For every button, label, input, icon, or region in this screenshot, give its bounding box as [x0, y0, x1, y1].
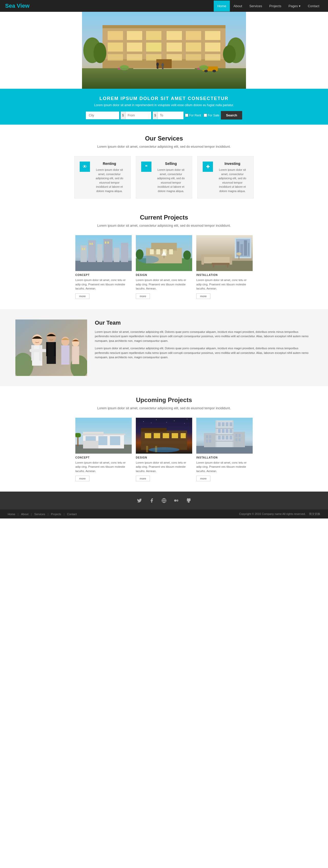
- svg-rect-154: [209, 435, 211, 438]
- city-input[interactable]: [86, 112, 119, 119]
- svg-rect-25: [102, 25, 226, 28]
- svg-rect-110: [83, 441, 98, 448]
- svg-rect-144: [222, 429, 225, 433]
- facebook-icon[interactable]: [148, 497, 156, 504]
- search-button[interactable]: Search: [221, 111, 242, 120]
- globe-icon[interactable]: [160, 497, 168, 504]
- svg-rect-147: [218, 436, 221, 439]
- svg-rect-117: [145, 433, 151, 438]
- nav-contact[interactable]: Contact: [304, 1, 323, 11]
- upcoming-design: DESIGN Lorem ipsum dolor sit amet, conc …: [136, 418, 192, 482]
- svg-rect-136: [216, 428, 233, 429]
- hero-image: [0, 12, 328, 89]
- project-design-img: [136, 235, 192, 271]
- design-label: DESIGN: [136, 274, 192, 276]
- svg-rect-63: [169, 249, 173, 254]
- svg-rect-65: [164, 256, 164, 258]
- svg-rect-97: [54, 342, 56, 356]
- footer-about[interactable]: About: [21, 513, 28, 516]
- upcoming-installation-more-btn[interactable]: more: [196, 476, 210, 481]
- current-projects-heading: Current Projects: [15, 214, 313, 221]
- svg-point-37: [212, 70, 216, 72]
- upcoming-concept-label: CONCEPT: [75, 456, 132, 459]
- svg-point-131: [184, 423, 185, 424]
- renting-desc: Lorem ipsum dolor sit amet, consectetur …: [94, 168, 125, 193]
- nav-services[interactable]: Services: [246, 1, 266, 11]
- svg-rect-82: [244, 240, 247, 256]
- footer-social: [0, 492, 328, 509]
- svg-rect-74: [230, 254, 232, 265]
- svg-point-68: [183, 251, 191, 260]
- concept-more-btn[interactable]: more: [75, 293, 90, 299]
- svg-rect-160: [238, 438, 241, 441]
- investing-icon: ✚: [203, 161, 213, 172]
- svg-point-164: [176, 499, 178, 502]
- footer-home[interactable]: Home: [8, 513, 15, 516]
- installation-label: INSTALLATION: [196, 274, 253, 276]
- svg-rect-7: [108, 31, 123, 40]
- nav-pages[interactable]: Pages ▾: [285, 1, 304, 11]
- from-input[interactable]: [126, 112, 151, 119]
- svg-rect-14: [127, 42, 142, 52]
- svg-rect-120: [172, 433, 178, 438]
- svg-point-28: [94, 42, 106, 63]
- footer-projects[interactable]: Projects: [51, 513, 61, 516]
- svg-rect-16: [167, 42, 182, 52]
- svg-point-125: [143, 421, 144, 422]
- svg-point-122: [149, 447, 179, 452]
- service-investing: ✚ Investing Lorem ipsum dolor sit amet, …: [197, 156, 254, 198]
- svg-point-129: [151, 423, 152, 423]
- svg-rect-43: [75, 261, 132, 271]
- upcoming-installation-svg: [196, 418, 253, 454]
- svg-rect-124: [155, 446, 157, 452]
- svg-rect-53: [92, 243, 93, 245]
- installation-more-btn[interactable]: more: [196, 293, 210, 299]
- svg-rect-148: [222, 436, 225, 439]
- svg-rect-145: [226, 429, 228, 433]
- github-icon[interactable]: [185, 497, 192, 504]
- project-concept-img: [75, 235, 132, 271]
- design-more-btn[interactable]: more: [136, 293, 150, 299]
- selling-title: Selling: [155, 161, 187, 166]
- svg-rect-19: [108, 54, 123, 61]
- svg-point-128: [187, 419, 187, 419]
- svg-rect-139: [218, 422, 221, 426]
- services-heading: Our Services: [15, 135, 313, 142]
- team-heading: Our Team: [95, 319, 313, 326]
- footer-lang[interactable]: 简文切换: [309, 512, 320, 516]
- svg-rect-143: [218, 429, 221, 433]
- project-installation-img: [196, 235, 253, 271]
- for-sale-label[interactable]: For Sale: [204, 114, 219, 117]
- footer-contact[interactable]: Contact: [67, 513, 77, 516]
- svg-rect-23: [186, 54, 201, 61]
- for-rent-label[interactable]: For Rent: [185, 114, 201, 117]
- footer-services[interactable]: Services: [34, 513, 45, 516]
- svg-rect-93: [30, 349, 47, 352]
- svg-point-85: [236, 252, 241, 255]
- for-rent-checkbox[interactable]: [185, 114, 188, 117]
- upcoming-concept-more-btn[interactable]: more: [75, 476, 90, 481]
- for-sale-checkbox[interactable]: [204, 114, 207, 117]
- design-desc: Lorem ipsum dolor sit amet, conc tetu er…: [136, 278, 192, 291]
- svg-rect-141: [226, 422, 228, 426]
- upcoming-design-svg: [136, 418, 192, 454]
- nav-projects[interactable]: Projects: [266, 1, 285, 11]
- to-input-group: $: [153, 112, 184, 119]
- filter-checkboxes: For Rent For Sale: [185, 114, 219, 117]
- to-input[interactable]: [158, 112, 184, 119]
- twitter-icon[interactable]: [136, 497, 143, 504]
- svg-rect-24: [205, 54, 220, 61]
- upcoming-design-more-btn[interactable]: more: [136, 476, 150, 481]
- nav-about[interactable]: About: [230, 1, 246, 11]
- from-input-group: $: [121, 112, 152, 119]
- flickr-icon[interactable]: [172, 497, 180, 504]
- nav-home[interactable]: Home: [214, 1, 230, 11]
- upcoming-design-label: DESIGN: [136, 456, 192, 459]
- upcoming-design-img: [136, 418, 192, 454]
- svg-rect-155: [206, 439, 208, 442]
- upcoming-concept-desc: Lorem ipsum dolor sit amet, conc tetu er…: [75, 461, 132, 473]
- svg-point-67: [136, 249, 143, 259]
- upcoming-heading: Upcoming Projects: [15, 397, 313, 404]
- svg-point-33: [161, 63, 164, 67]
- svg-rect-52: [90, 243, 91, 245]
